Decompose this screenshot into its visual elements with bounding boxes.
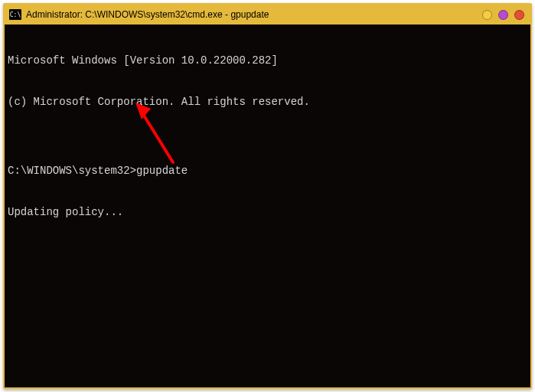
close-button[interactable] (514, 10, 524, 20)
annotation-arrow-icon (131, 101, 184, 166)
prompt-line: C:\WINDOWS\system32>gpupdate (8, 164, 527, 178)
minimize-button[interactable] (482, 10, 492, 20)
titlebar[interactable]: C:\ Administrator: C:\WINDOWS\system32\c… (5, 5, 530, 24)
terminal-area[interactable]: Microsoft Windows [Version 10.0.22000.28… (5, 24, 530, 387)
maximize-button[interactable] (498, 10, 508, 20)
cmd-window: C:\ Administrator: C:\WINDOWS\system32\c… (3, 3, 532, 389)
window-controls (482, 10, 526, 20)
window-title: Administrator: C:\WINDOWS\system32\cmd.e… (26, 9, 269, 20)
status-line: Updating policy... (8, 205, 527, 219)
version-line: Microsoft Windows [Version 10.0.22000.28… (8, 54, 527, 67)
cmd-icon: C:\ (9, 9, 21, 20)
svg-line-0 (142, 112, 173, 162)
copyright-line: (c) Microsoft Corporation. All rights re… (8, 95, 527, 109)
command-text: gpupdate (136, 165, 188, 177)
prompt-text: C:\WINDOWS\system32> (8, 165, 136, 177)
